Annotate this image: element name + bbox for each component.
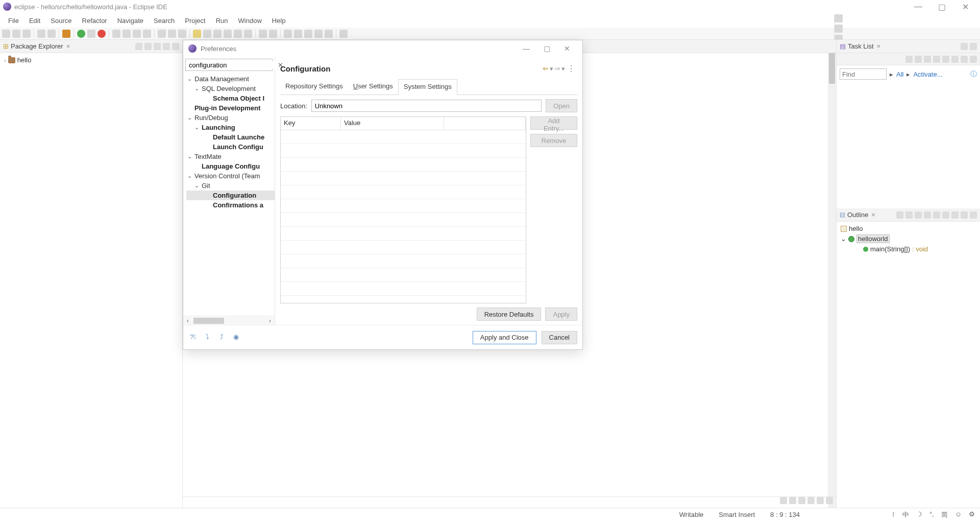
minimize-view-button[interactable] <box>163 43 170 50</box>
bottom-toolbar-button[interactable] <box>780 497 787 504</box>
open-location-button[interactable]: Open <box>546 99 577 112</box>
view-toolbar-button[interactable] <box>896 211 903 219</box>
tab-repository-settings[interactable]: Repository Settings <box>280 79 348 94</box>
preferences-tree[interactable]: ⌄Data Management ⌄SQL Development Schema… <box>183 73 275 316</box>
toolbar-button[interactable] <box>339 30 348 38</box>
restore-defaults-button[interactable]: Restore Defaults <box>477 307 542 321</box>
tree-version-control[interactable]: Version Control (Team <box>194 172 260 180</box>
menu-window[interactable]: Window <box>233 15 267 27</box>
tree-launching[interactable]: Launching <box>202 124 235 131</box>
tree-plugin-dev[interactable]: Plug-in Development <box>194 104 260 112</box>
view-toolbar-button[interactable] <box>942 211 949 219</box>
toolbar-button[interactable] <box>87 30 95 38</box>
toolbar-button[interactable] <box>244 30 252 38</box>
page-menu-button[interactable]: ⋮ <box>565 64 577 74</box>
editor-scrollbar[interactable] <box>828 53 836 508</box>
menu-run[interactable]: Run <box>211 15 233 27</box>
tree-default-launcher[interactable]: Default Launche <box>213 133 264 141</box>
project-node[interactable]: › hello <box>4 55 178 65</box>
cancel-button[interactable]: Cancel <box>542 331 577 344</box>
menu-help[interactable]: Help <box>267 15 291 27</box>
outline-method-node[interactable]: main(String[]) : void <box>841 244 976 254</box>
collapse-icon[interactable]: ⌄ <box>841 235 846 243</box>
minimize-view-button[interactable] <box>961 43 968 50</box>
bottom-toolbar-button[interactable] <box>789 497 796 504</box>
view-toolbar-button[interactable] <box>933 211 940 219</box>
help-icon[interactable]: ?⃝ <box>188 333 198 342</box>
export-prefs-icon[interactable]: ⤴ <box>217 333 226 342</box>
view-toolbar-button[interactable] <box>924 211 931 219</box>
view-toolbar-button[interactable] <box>135 43 142 50</box>
toolbar-button[interactable] <box>259 30 267 38</box>
ime-indicator[interactable]: ⫶ <box>892 510 895 519</box>
menu-file[interactable]: File <box>3 15 24 27</box>
ime-moon-icon[interactable]: ☽ <box>916 510 922 519</box>
menu-refactor[interactable]: Refactor <box>77 15 112 27</box>
maximize-button[interactable]: ▢ <box>930 2 953 12</box>
toolbar-button[interactable] <box>22 30 31 38</box>
view-toolbar-button[interactable] <box>961 56 968 63</box>
tree-hscrollbar[interactable]: ‹› <box>183 316 275 325</box>
view-toolbar-button[interactable] <box>951 56 959 63</box>
maximize-view-button[interactable] <box>172 43 179 50</box>
view-toolbar-button[interactable] <box>942 56 949 63</box>
dialog-close-button[interactable]: ✕ <box>557 44 577 53</box>
config-table[interactable]: Key Value <box>280 116 526 303</box>
minimize-button[interactable]: — <box>906 2 930 11</box>
tree-schema-object[interactable]: Schema Object I <box>213 94 264 102</box>
import-prefs-icon[interactable]: ⤵ <box>203 333 212 342</box>
toolbar-button[interactable] <box>2 30 10 38</box>
toolbar-button[interactable] <box>269 30 277 38</box>
record-icon[interactable]: ◉ <box>231 333 240 342</box>
preferences-filter-input[interactable] <box>186 61 278 69</box>
toolbar-button[interactable] <box>37 30 45 38</box>
toolbar-button[interactable] <box>122 30 131 38</box>
tree-confirmations[interactable]: Confirmations a <box>213 201 263 209</box>
expand-icon[interactable]: › <box>4 57 6 63</box>
toolbar-button[interactable] <box>234 30 242 38</box>
toolbar-button[interactable] <box>203 30 211 38</box>
tab-system-settings[interactable]: System Settings <box>398 79 457 95</box>
ime-punct[interactable]: °, <box>929 510 934 519</box>
maximize-view-button[interactable] <box>970 43 977 50</box>
view-toolbar-button[interactable] <box>933 56 940 63</box>
toolbar-button[interactable] <box>224 30 232 38</box>
menu-edit[interactable]: Edit <box>24 15 45 27</box>
view-toolbar-button[interactable] <box>915 211 922 219</box>
dialog-maximize-button[interactable]: ▢ <box>536 44 557 53</box>
tasklist-all-link[interactable]: All <box>896 70 903 78</box>
close-view-button[interactable]: × <box>66 42 70 50</box>
tree-data-management[interactable]: Data Management <box>194 75 249 83</box>
tasklist-activate-link[interactable]: Activate... <box>913 70 942 78</box>
menu-navigate[interactable]: Navigate <box>112 15 149 27</box>
location-input[interactable] <box>311 100 542 112</box>
menu-search[interactable]: Search <box>149 15 180 27</box>
view-menu-icon[interactable] <box>970 56 977 63</box>
add-entry-button[interactable]: Add Entry... <box>530 116 577 130</box>
column-value[interactable]: Value <box>341 117 444 130</box>
maximize-view-button[interactable] <box>970 211 977 219</box>
ime-gear-icon[interactable]: ⚙ <box>969 510 975 519</box>
toolbar-button[interactable] <box>133 30 141 38</box>
tree-configuration[interactable]: Configuration <box>213 192 256 199</box>
outline-class-node[interactable]: ⌄ helloworld <box>841 233 976 244</box>
toolbar-button[interactable] <box>325 30 333 38</box>
view-toolbar-button[interactable] <box>905 56 913 63</box>
view-toolbar-button[interactable] <box>144 43 152 50</box>
column-key[interactable]: Key <box>281 117 341 130</box>
toolbar-button[interactable] <box>294 30 302 38</box>
help-icon[interactable]: ⓘ <box>970 69 977 79</box>
toolbar-button[interactable] <box>178 30 186 38</box>
menu-project[interactable]: Project <box>180 15 210 27</box>
close-window-button[interactable]: ✕ <box>953 2 977 12</box>
tasklist-find-input[interactable] <box>840 68 887 80</box>
close-view-button[interactable]: × <box>871 211 875 219</box>
view-menu-icon[interactable] <box>951 211 959 219</box>
minimize-view-button[interactable] <box>961 211 968 219</box>
tree-language-config[interactable]: Language Configu <box>202 162 260 170</box>
toolbar-button[interactable] <box>213 30 222 38</box>
tree-launch-config[interactable]: Launch Configu <box>213 143 263 151</box>
bottom-toolbar-button[interactable] <box>826 497 833 504</box>
close-view-button[interactable]: × <box>877 42 881 50</box>
nav-back-button[interactable]: ⇐ <box>542 64 550 73</box>
